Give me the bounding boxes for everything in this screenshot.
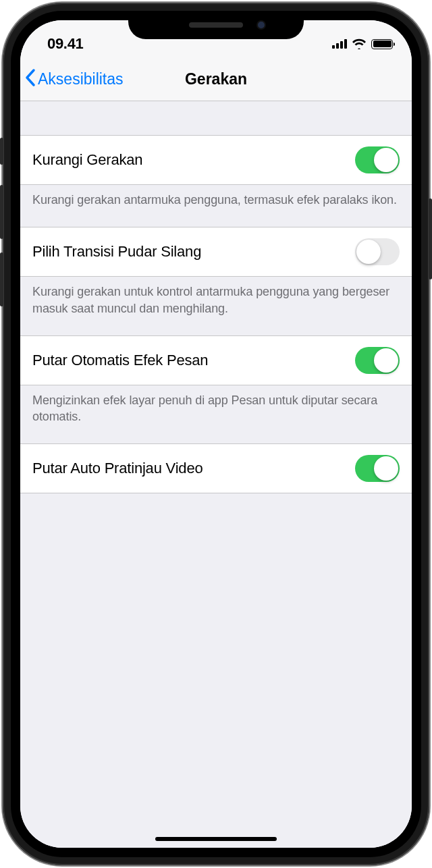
device-notch	[128, 11, 304, 39]
setting-label: Putar Auto Pratinjau Video	[32, 460, 202, 477]
setting-row-autoplay-message-effects: Putar Otomatis Efek Pesan	[20, 335, 412, 385]
setting-row-crossfade: Pilih Transisi Pudar Silang	[20, 227, 412, 277]
speaker-grill	[189, 22, 243, 28]
wifi-icon	[352, 38, 367, 49]
nav-bar: Aksesibilitas Gerakan	[20, 58, 412, 101]
toggle-autoplay-video-previews[interactable]	[355, 455, 400, 482]
setting-label: Kurangi Gerakan	[32, 151, 142, 169]
setting-footer: Kurangi gerakan untuk kontrol antarmuka …	[20, 277, 412, 335]
chevron-left-icon	[24, 68, 36, 91]
setting-footer: Mengizinkan efek layar penuh di app Pesa…	[20, 385, 412, 444]
battery-icon	[371, 39, 393, 49]
status-icons	[332, 38, 393, 49]
page-title: Gerakan	[185, 70, 247, 88]
toggle-autoplay-message-effects[interactable]	[355, 347, 400, 374]
settings-content[interactable]: Kurangi Gerakan Kurangi gerakan antarmuk…	[20, 101, 412, 848]
back-button[interactable]: Aksesibilitas	[24, 68, 185, 91]
front-camera	[256, 20, 266, 30]
setting-row-reduce-motion: Kurangi Gerakan	[20, 135, 412, 185]
back-label: Aksesibilitas	[38, 70, 124, 88]
setting-row-autoplay-video-previews: Putar Auto Pratinjau Video	[20, 443, 412, 493]
toggle-reduce-motion[interactable]	[355, 146, 400, 173]
toggle-crossfade[interactable]	[355, 238, 400, 265]
home-indicator[interactable]	[155, 837, 277, 841]
setting-label: Putar Otomatis Efek Pesan	[32, 352, 208, 369]
status-time: 09.41	[47, 35, 84, 53]
setting-label: Pilih Transisi Pudar Silang	[32, 243, 201, 261]
setting-footer: Kurangi gerakan antarmuka pengguna, term…	[20, 185, 412, 227]
cellular-signal-icon	[332, 39, 347, 49]
